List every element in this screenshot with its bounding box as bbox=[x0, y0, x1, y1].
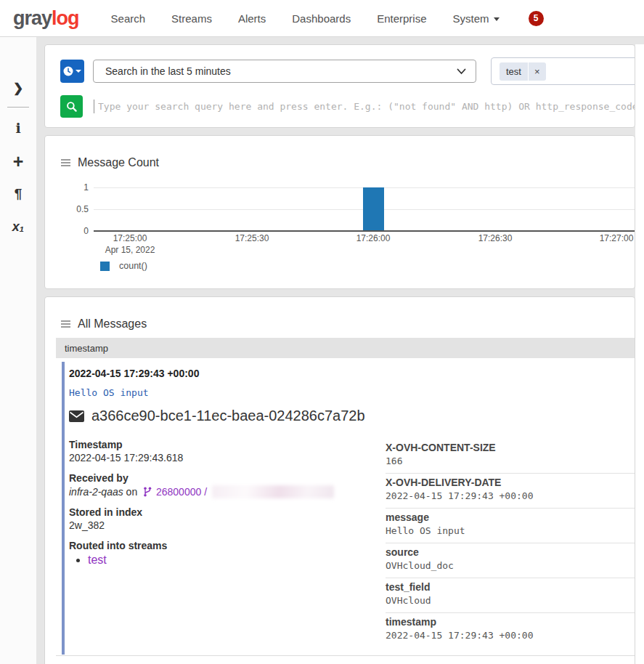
message-row[interactable]: 2022-04-15 17:29:43 +00:00 Hello OS inpu… bbox=[62, 362, 635, 655]
y-tick-1: 1 bbox=[45, 182, 89, 193]
legend-label: count() bbox=[119, 261, 147, 271]
nav-item-search[interactable]: Search bbox=[98, 7, 159, 31]
field-row: timestamp 2022-04-15 17:29:43 +00:00 bbox=[386, 613, 635, 647]
field-name[interactable]: X-OVH-DELIVERY-DATE bbox=[386, 477, 635, 489]
row-divider bbox=[56, 655, 635, 656]
field-row: X-OVH-CONTENT-SIZE 166 bbox=[386, 439, 635, 474]
x-axis-date-label: Apr 15, 2022 bbox=[101, 245, 159, 255]
x-tick: 17:26:30 bbox=[466, 233, 524, 243]
x-tick: 17:27:00 bbox=[587, 233, 635, 243]
plus-icon: + bbox=[13, 151, 24, 172]
search-icon bbox=[66, 101, 78, 113]
y-tick-05: 0.5 bbox=[45, 204, 89, 214]
timerange-select-value: Search in the last 5 minutes bbox=[105, 65, 231, 77]
logo-text-log: log bbox=[52, 7, 79, 29]
field-value: OVHcloud_doc bbox=[386, 560, 635, 572]
sidebar-fields-button[interactable]: x₁ bbox=[0, 217, 36, 236]
x-axis bbox=[94, 230, 635, 232]
message-metadata-column: Timestamp 2022-04-15 17:29:43.618 Receiv… bbox=[69, 439, 374, 566]
search-controls-panel: Search in the last 5 minutes test × bbox=[44, 44, 635, 128]
received-by-value: infra-2-qaas on 26800000 / bbox=[69, 485, 374, 498]
drag-handle-icon[interactable] bbox=[61, 320, 70, 328]
sidebar-expand-button[interactable]: ❯ bbox=[0, 78, 36, 97]
field-name[interactable]: timestamp bbox=[386, 616, 635, 628]
chevron-down-icon bbox=[494, 17, 500, 21]
pilcrow-icon: ¶ bbox=[15, 186, 23, 202]
message-timestamp: 2022-04-15 17:29:43 +00:00 bbox=[69, 368, 635, 379]
remove-stream-button[interactable]: × bbox=[528, 62, 546, 81]
field-value: 2022-04-15 17:29:43 +00:00 bbox=[386, 490, 635, 502]
x-tick: 17:25:00 bbox=[101, 233, 159, 243]
message-id: a366ce90-bce1-11ec-baea-024286c7a72b bbox=[91, 408, 365, 424]
search-sidebar: ❯ i + ¶ x₁ bbox=[0, 37, 36, 664]
message-fields-column: X-OVH-CONTENT-SIZE 166 X-OVH-DELIVERY-DA… bbox=[386, 439, 635, 647]
legend-swatch bbox=[100, 262, 110, 271]
list-item: test bbox=[88, 554, 374, 566]
stream-tag-label: test bbox=[500, 62, 528, 81]
nav-item-dashboards[interactable]: Dashboards bbox=[279, 7, 364, 31]
field-row: source OVHcloud_doc bbox=[386, 543, 635, 578]
message-summary-link[interactable]: Hello OS input bbox=[69, 387, 635, 398]
stream-list: test bbox=[88, 554, 374, 566]
x-tick: 17:25:30 bbox=[223, 233, 281, 243]
nav-item-alerts[interactable]: Alerts bbox=[225, 7, 279, 31]
widget-title: All Messages bbox=[78, 317, 147, 331]
scrollbar-gutter bbox=[635, 44, 644, 664]
timestamp-label: Timestamp bbox=[69, 439, 374, 450]
widget-title: Message Count bbox=[78, 156, 159, 169]
main-nav: Search Streams Alerts Dashboards Enterpr… bbox=[98, 7, 513, 31]
field-value: 2022-04-15 17:29:43 +00:00 bbox=[386, 630, 635, 641]
text-cursor bbox=[94, 100, 94, 113]
query-input-row bbox=[94, 95, 635, 118]
stored-in-index-label: Stored in index bbox=[69, 506, 374, 518]
x-subscript-icon: x₁ bbox=[12, 219, 24, 235]
received-by-label: Received by bbox=[69, 472, 374, 484]
clock-icon bbox=[63, 66, 73, 76]
redacted-input-name bbox=[212, 485, 334, 498]
logo-text-gray: gray bbox=[13, 7, 52, 29]
stored-in-index-value: 2w_382 bbox=[69, 519, 374, 532]
info-icon: i bbox=[15, 120, 20, 136]
sidebar-description-button[interactable]: i bbox=[0, 118, 36, 137]
timestamp-value: 2022-04-15 17:29:43.618 bbox=[69, 452, 374, 464]
notification-count-badge[interactable]: 5 bbox=[529, 11, 544, 26]
field-row: message Hello OS input bbox=[386, 509, 635, 543]
nav-item-system-menu[interactable]: System bbox=[440, 7, 513, 31]
search-query-input[interactable] bbox=[98, 101, 635, 112]
code-branch-icon bbox=[143, 487, 152, 497]
field-name[interactable]: X-OVH-CONTENT-SIZE bbox=[386, 442, 635, 454]
timerange-select[interactable]: Search in the last 5 minutes bbox=[93, 60, 476, 83]
y-tick-0: 0 bbox=[45, 226, 89, 236]
field-row: X-OVH-DELIVERY-DATE 2022-04-15 17:29:43 … bbox=[386, 474, 635, 509]
field-value: OVHcloud bbox=[386, 595, 635, 607]
graylog-logo[interactable]: graylog bbox=[13, 7, 79, 30]
timerange-options-button[interactable] bbox=[60, 60, 84, 83]
count-bar[interactable] bbox=[363, 187, 384, 230]
legend-item-count[interactable]: count() bbox=[100, 261, 147, 271]
field-name[interactable]: message bbox=[386, 511, 635, 524]
caret-down-icon bbox=[76, 70, 81, 73]
input-link[interactable]: 26800000 / bbox=[156, 486, 207, 498]
nav-item-streams[interactable]: Streams bbox=[158, 7, 225, 31]
sidebar-create-button[interactable]: + bbox=[0, 152, 36, 171]
stream-filter-box[interactable]: test × bbox=[491, 57, 635, 85]
chevron-down-icon bbox=[457, 68, 466, 75]
sidebar-divider bbox=[7, 107, 29, 108]
field-name[interactable]: source bbox=[386, 546, 635, 559]
drag-handle-icon[interactable] bbox=[61, 159, 70, 166]
field-value: Hello OS input bbox=[386, 525, 635, 537]
nav-item-enterprise[interactable]: Enterprise bbox=[364, 7, 439, 31]
search-submit-button[interactable] bbox=[60, 95, 83, 118]
x-tick: 17:26:00 bbox=[344, 233, 402, 243]
node-name: infra-2-qaas bbox=[69, 486, 123, 498]
field-value: 166 bbox=[386, 456, 635, 467]
all-messages-widget: All Messages timestamp 2022-04-15 17:29:… bbox=[44, 296, 635, 664]
envelope-icon bbox=[69, 410, 84, 422]
field-name[interactable]: test_field bbox=[386, 581, 635, 594]
top-navbar: graylog Search Streams Alerts Dashboards… bbox=[0, 0, 644, 37]
stream-link-test[interactable]: test bbox=[88, 554, 107, 566]
timestamp-column-header[interactable]: timestamp bbox=[56, 338, 635, 358]
stream-filter-tag: test × bbox=[500, 62, 546, 81]
sidebar-highlighting-button[interactable]: ¶ bbox=[0, 185, 36, 203]
field-row: test_field OVHcloud bbox=[386, 578, 635, 613]
